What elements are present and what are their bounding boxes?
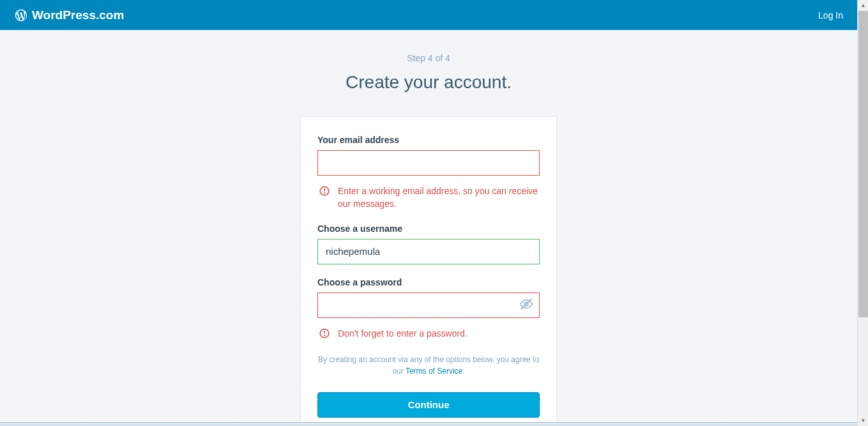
- email-label: Your email address: [317, 135, 540, 145]
- username-group: Choose a username: [317, 224, 540, 264]
- login-link[interactable]: Log In: [818, 10, 843, 20]
- tos-link[interactable]: Terms of Service: [406, 367, 462, 376]
- email-error: Enter a working email address, so you ca…: [317, 185, 540, 211]
- wordpress-icon: [14, 8, 28, 22]
- alert-icon: [319, 185, 330, 197]
- password-group: Choose a password: [317, 277, 540, 340]
- page-title: Create your account.: [346, 72, 512, 93]
- continue-button[interactable]: Continue: [317, 392, 540, 418]
- password-error: Don't forget to enter a password.: [317, 327, 540, 340]
- scrollbar-thumb[interactable]: [858, 11, 868, 317]
- password-field[interactable]: [317, 293, 540, 318]
- svg-point-2: [324, 193, 325, 194]
- svg-point-7: [324, 335, 325, 336]
- email-error-text: Enter a working email address, so you ca…: [338, 185, 540, 211]
- scroll-down-icon[interactable]: ▼: [858, 415, 868, 426]
- password-label: Choose a password: [317, 277, 540, 287]
- brand-text: WordPress.com: [32, 8, 124, 22]
- alert-icon: [319, 328, 330, 339]
- vertical-scrollbar[interactable]: ▲ ▼: [857, 0, 868, 426]
- eye-off-icon[interactable]: [519, 297, 533, 314]
- step-indicator: Step 4 of 4: [407, 53, 450, 63]
- taskbar: [0, 422, 857, 426]
- tos-text: By creating an account via any of the op…: [317, 354, 540, 377]
- username-label: Choose a username: [317, 224, 540, 234]
- main-content: Step 4 of 4 Create your account. Your em…: [0, 30, 857, 426]
- password-error-text: Don't forget to enter a password.: [338, 327, 468, 340]
- email-field[interactable]: [317, 150, 540, 176]
- email-group: Your email address Enter a working email…: [317, 135, 540, 211]
- signup-form: Your email address Enter a working email…: [301, 117, 556, 426]
- scroll-up-icon[interactable]: ▲: [858, 0, 868, 11]
- site-header: WordPress.com Log In: [0, 0, 857, 30]
- username-field[interactable]: [317, 239, 540, 264]
- brand-logo[interactable]: WordPress.com: [14, 8, 124, 22]
